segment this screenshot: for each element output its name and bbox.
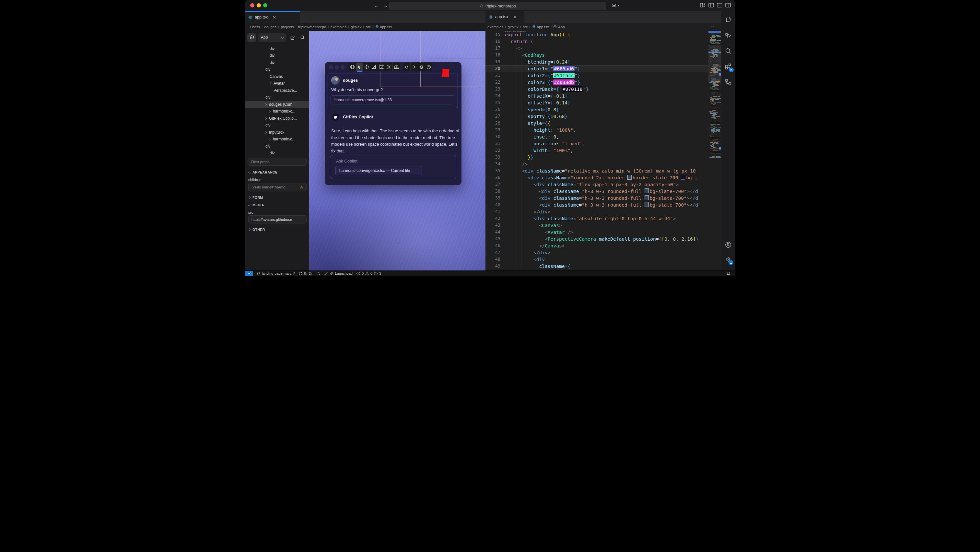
customize-layout-icon[interactable]: [700, 3, 705, 8]
code-editor[interactable]: Open in Triplex 15export function App() …: [485, 31, 708, 271]
code-line-25[interactable]: 25 offsetY={-0.14}: [485, 99, 708, 106]
git-branch-item[interactable]: landing-page-march*: [256, 271, 295, 276]
code-line-33[interactable]: 33 }}: [485, 154, 708, 161]
breadcrumb-item[interactable]: projects: [281, 25, 294, 29]
breadcrumb-item[interactable]: App: [553, 25, 565, 29]
breadcrumb-item[interactable]: app.tsx: [532, 25, 549, 29]
account-icon[interactable]: [725, 241, 732, 249]
tab-app-tsx-editor[interactable]: app.tsx ✕: [485, 11, 524, 23]
code-line-41[interactable]: 41 </div>: [485, 208, 708, 215]
code-line-26[interactable]: 26 speed={0.8}: [485, 106, 708, 113]
code-line-44[interactable]: 44 <Avatar />: [485, 229, 708, 236]
code-line-15[interactable]: 15export function App() {: [485, 31, 708, 38]
code-line-16[interactable]: 16 return (: [485, 38, 708, 45]
search-icon[interactable]: [725, 47, 732, 54]
tune-item[interactable]: [316, 271, 320, 276]
section-media[interactable]: MEDIA: [248, 203, 264, 207]
code-line-47[interactable]: 47 </div>: [485, 249, 708, 256]
breadcrumb-item[interactable]: examples: [487, 25, 503, 29]
search-scene-icon[interactable]: [299, 34, 306, 41]
code-line-32[interactable]: 32 width: "100%",: [485, 147, 708, 154]
breadcrumb-editor[interactable]: examples›gitplex›src›app.tsx›App: [485, 23, 710, 31]
tree-item-avatar[interactable]: Avatar: [245, 80, 309, 87]
launchpad-item[interactable]: Launchpad: [324, 271, 352, 276]
copilot-menu-button[interactable]: ▾: [611, 3, 619, 8]
help-icon[interactable]: [425, 62, 432, 71]
code-line-29[interactable]: 29 height: "100%",: [485, 126, 708, 133]
code-line-43[interactable]: 43 <Canvas>: [485, 222, 708, 229]
tree-item-div[interactable]: div: [245, 122, 309, 129]
tree-item-perspective-[interactable]: Perspective...: [245, 87, 309, 94]
code-line-28[interactable]: 28 style={{: [485, 120, 708, 126]
lighting-toggle-button[interactable]: [385, 62, 392, 71]
code-line-19[interactable]: 19 blending={0.24}: [485, 58, 708, 65]
section-appearance[interactable]: APPEARANCE: [248, 170, 278, 174]
code-line-48[interactable]: 48 <div: [485, 256, 708, 263]
filter-props-input[interactable]: Filter props...: [248, 158, 307, 166]
layers-button[interactable]: [247, 33, 256, 42]
code-line-46[interactable]: 46 </Canvas>: [485, 242, 708, 249]
chat-file-chip[interactable]: harmonic-convergence.tsx@1-33: [331, 95, 454, 104]
breadcrumb-item[interactable]: examples: [331, 25, 347, 29]
current-file-chip[interactable]: harmonic-convergence.tsx — Current file: [336, 166, 422, 175]
frame-grid-button[interactable]: [393, 62, 400, 71]
breadcrumb-item[interactable]: app.tsx: [375, 25, 392, 29]
symbols-icon[interactable]: [725, 78, 732, 86]
settings-gear-icon[interactable]: ⚙: [418, 62, 425, 71]
close-icon[interactable]: ✕: [513, 14, 517, 19]
tree-item-harmonic-c-[interactable]: harmonic-c...: [245, 136, 309, 143]
run-debug-icon[interactable]: [725, 32, 732, 39]
code-line-24[interactable]: 24 offsetX={-0.1}: [485, 93, 708, 99]
tree-item-div[interactable]: div: [245, 94, 309, 101]
code-line-20[interactable]: 20 color1={"#685ad6"}: [485, 65, 708, 72]
measure-tool-button[interactable]: [371, 62, 377, 71]
code-line-42[interactable]: 42 <div className="absolute right-0 top-…: [485, 215, 708, 222]
code-line-21[interactable]: 21 color2={"#51f5cc"}: [485, 72, 708, 79]
children-prop-input[interactable]: {<File name="harmo... ⚠: [248, 183, 307, 191]
world-space-button[interactable]: [349, 62, 356, 71]
close-icon[interactable]: ✕: [272, 15, 276, 20]
tree-item-div[interactable]: div: [245, 143, 309, 150]
zoom-window-button[interactable]: [263, 3, 267, 8]
back-button[interactable]: ←: [374, 2, 379, 9]
tree-item-div[interactable]: div: [245, 52, 309, 59]
tree-item-harmonic-c-[interactable]: harmonic-c...: [245, 108, 309, 115]
tree-item-div[interactable]: div: [245, 66, 309, 73]
problems-item[interactable]: 0 0 3: [356, 271, 381, 276]
tree-item-gitplex-copilo-[interactable]: GitPlex Copilo...: [245, 115, 309, 122]
edit-component-icon[interactable]: [288, 34, 296, 41]
tree-item-canvas[interactable]: Canvas: [245, 73, 309, 80]
tree-item-douges-com-[interactable]: douges (Com...: [245, 101, 309, 108]
breadcrumb-item[interactable]: gitplex: [351, 25, 361, 29]
select-tool-button[interactable]: [356, 62, 363, 71]
toggle-panel-icon[interactable]: [717, 3, 722, 8]
code-line-18[interactable]: 18 <GodRays: [485, 51, 708, 58]
minimize-window-button[interactable]: [257, 3, 261, 8]
tree-item-div[interactable]: div: [245, 59, 309, 66]
breadcrumb-item[interactable]: douges: [264, 25, 277, 29]
tree-item-inputbox[interactable]: InputBox: [245, 129, 309, 136]
tab-app-tsx-triplex[interactable]: app.tsx ✕: [245, 11, 300, 23]
breadcrumb-triplex[interactable]: Users›douges›projects›triplex-monorepo›e…: [245, 23, 491, 31]
code-line-27[interactable]: 27 spotty={10.68}: [485, 113, 708, 120]
toggle-secondary-sidebar-icon[interactable]: [725, 3, 731, 8]
close-window-button[interactable]: [250, 3, 255, 8]
play-icon[interactable]: [410, 62, 418, 71]
src-prop-input[interactable]: https://avatars.githubuse: [248, 215, 307, 223]
code-line-38[interactable]: 38 <div className="h-3 w-3 rounded-full …: [485, 188, 708, 195]
undo-icon[interactable]: ↺: [403, 62, 410, 71]
toggle-primary-sidebar-icon[interactable]: [708, 3, 714, 8]
breadcrumb-item[interactable]: triplex-monorepo: [298, 25, 326, 29]
code-line-37[interactable]: 37 <div className="flex gap-1.5 px-3 py-…: [485, 181, 708, 188]
translate-tool-button[interactable]: [363, 62, 371, 71]
component-select[interactable]: App: [258, 33, 286, 42]
code-line-30[interactable]: 30 inset: 0,: [485, 133, 708, 140]
code-line-17[interactable]: 17 <>: [485, 45, 708, 51]
transform-bounds-button[interactable]: [377, 62, 385, 71]
breadcrumb-item[interactable]: Users: [250, 25, 260, 29]
breadcrumb-item[interactable]: src: [523, 25, 528, 29]
notifications-bell-icon[interactable]: [727, 271, 731, 276]
code-line-34[interactable]: 34 />: [485, 161, 708, 168]
code-line-31[interactable]: 31 position: "fixed",: [485, 140, 708, 147]
section-form[interactable]: FORM: [248, 196, 263, 199]
